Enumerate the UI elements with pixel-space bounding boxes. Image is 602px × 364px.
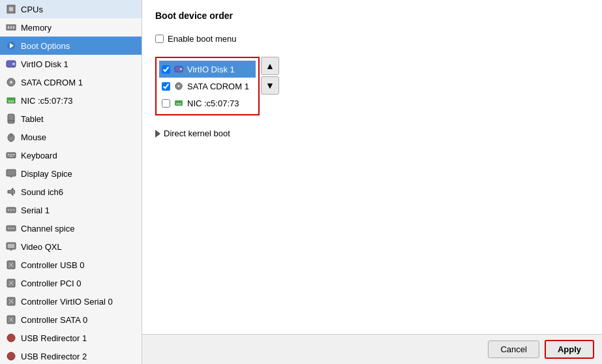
move-down-button[interactable]: ▼ (261, 76, 279, 95)
sidebar-item-serial-1[interactable]: Serial 1 (0, 201, 142, 219)
sidebar-item-controller-usb-0[interactable]: Controller USB 0 (0, 256, 142, 274)
nic-icon (5, 95, 17, 106)
sidebar-item-mouse[interactable]: Mouse (0, 128, 142, 146)
svg-point-35 (13, 228, 14, 229)
enable-boot-menu-row: Enable boot menu (155, 34, 589, 44)
svg-point-34 (10, 228, 12, 229)
sata-cdrom-1-label: SATA CDROM 1 (21, 78, 83, 87)
svg-rect-4 (10, 26, 12, 29)
controller-pci-0-label: Controller PCI 0 (21, 279, 81, 288)
boot-item-icon-nic-c5 (173, 98, 184, 108)
svg-point-9 (12, 63, 15, 65)
direct-kernel-boot-row[interactable]: Direct kernel boot (155, 129, 589, 138)
boot-item-icon-sata-cdrom-1 (173, 81, 184, 91)
svg-rect-5 (13, 26, 14, 29)
svg-point-29 (8, 209, 9, 211)
sidebar-item-memory[interactable]: Memory (0, 18, 142, 37)
memory-icon (5, 22, 17, 33)
enable-boot-menu-label: Enable boot menu (168, 34, 237, 44)
boot-item-icon-virtio-disk-1 (173, 64, 184, 74)
sidebar-item-video-qxl[interactable]: Video QXL (0, 237, 142, 256)
move-up-button[interactable]: ▲ (261, 57, 279, 75)
boot-order-container: VirtIO Disk 1SATA CDROM 1NIC :c5:07:73 ▲… (155, 57, 589, 115)
svg-point-30 (10, 209, 12, 211)
sidebar-item-controller-sata-0[interactable]: Controller SATA 0 (0, 311, 142, 329)
channel-spice-label: Channel spice (21, 224, 74, 234)
controller-sata-0-icon (5, 314, 17, 326)
virtio-disk-1-label: VirtIO Disk 1 (21, 59, 68, 69)
svg-rect-13 (8, 100, 10, 102)
sidebar-item-usb-redirector-1[interactable]: USB Redirector 1 (0, 329, 142, 347)
svg-rect-15 (12, 100, 14, 102)
sata-cdrom-1-icon (5, 76, 17, 88)
svg-point-31 (13, 209, 14, 211)
boot-options-icon (5, 40, 17, 52)
svg-rect-14 (10, 100, 12, 102)
boot-options-label: Boot Options (21, 41, 70, 51)
mouse-label: Mouse (21, 132, 46, 142)
direct-kernel-boot-label: Direct kernel boot (164, 129, 230, 138)
svg-rect-1 (9, 7, 13, 11)
apply-button[interactable]: Apply (545, 340, 594, 359)
svg-rect-21 (8, 154, 9, 155)
cancel-button[interactable]: Cancel (488, 341, 539, 358)
svg-rect-22 (10, 154, 12, 155)
usb-redirector-2-label: USB Redirector 2 (21, 352, 87, 361)
sidebar-item-virtio-disk-1[interactable]: VirtIO Disk 1 (0, 55, 142, 73)
usb-redirector-1-icon (5, 332, 17, 344)
svg-rect-58 (177, 103, 178, 105)
boot-item-checkbox-virtio-disk-1[interactable] (162, 65, 170, 74)
svg-rect-23 (13, 154, 14, 155)
keyboard-label: Keyboard (21, 151, 57, 160)
sidebar-item-sound-ich6[interactable]: Sound ich6 (0, 183, 142, 201)
sidebar-item-boot-options[interactable]: Boot Options (0, 37, 142, 55)
svg-rect-59 (178, 103, 179, 105)
display-spice-icon (5, 168, 17, 179)
sidebar-item-usb-redirector-2[interactable]: USB Redirector 2 (0, 347, 142, 364)
boot-item-sata-cdrom-1[interactable]: SATA CDROM 1 (159, 78, 256, 95)
boot-item-nic-c5[interactable]: NIC :c5:07:73 (159, 95, 256, 112)
content-area: Boot device order Enable boot menu VirtI… (142, 0, 602, 334)
svg-point-33 (8, 228, 9, 229)
svg-rect-60 (180, 103, 181, 105)
sidebar-item-cpu[interactable]: CPUs (0, 0, 142, 18)
serial-1-label: Serial 1 (21, 205, 50, 215)
arrow-buttons: ▲ ▼ (261, 57, 279, 95)
sidebar-item-display-spice[interactable]: Display Spice (0, 164, 142, 183)
sidebar-item-tablet[interactable]: Tablet (0, 110, 142, 128)
serial-1-icon (5, 204, 17, 216)
controller-virtio-serial-0-icon (5, 296, 17, 307)
memory-label: Memory (21, 23, 52, 33)
enable-boot-menu-checkbox[interactable] (155, 35, 164, 43)
display-spice-label: Display Spice (21, 169, 72, 179)
sidebar-item-nic[interactable]: NIC :c5:07:73 (0, 91, 142, 110)
video-qxl-label: Video QXL (21, 242, 62, 252)
sidebar-item-channel-spice[interactable]: Channel spice (0, 219, 142, 237)
video-qxl-icon (5, 241, 17, 252)
sidebar-item-sata-cdrom-1[interactable]: SATA CDROM 1 (0, 73, 142, 91)
svg-point-51 (7, 334, 15, 342)
tablet-icon (5, 113, 17, 125)
keyboard-icon (5, 149, 17, 161)
boot-item-checkbox-sata-cdrom-1[interactable] (162, 82, 170, 91)
boot-list-box: VirtIO Disk 1SATA CDROM 1NIC :c5:07:73 (155, 57, 260, 115)
sidebar-item-controller-virtio-serial-0[interactable]: Controller VirtIO Serial 0 (0, 292, 142, 311)
svg-point-52 (7, 352, 15, 360)
boot-item-label-nic-c5: NIC :c5:07:73 (187, 99, 239, 108)
svg-rect-16 (8, 114, 14, 123)
svg-rect-24 (9, 156, 13, 157)
boot-item-virtio-disk-1[interactable]: VirtIO Disk 1 (159, 61, 256, 78)
sidebar-item-keyboard[interactable]: Keyboard (0, 146, 142, 164)
sidebar-item-controller-pci-0[interactable]: Controller PCI 0 (0, 274, 142, 292)
boot-item-checkbox-nic-c5[interactable] (162, 99, 170, 108)
boot-item-label-sata-cdrom-1: SATA CDROM 1 (187, 82, 249, 91)
svg-point-54 (180, 68, 183, 70)
controller-usb-0-label: Controller USB 0 (21, 260, 85, 270)
svg-point-11 (10, 81, 12, 83)
cpu-icon (5, 3, 17, 15)
sound-ich6-icon (5, 186, 17, 198)
boot-item-label-virtio-disk-1: VirtIO Disk 1 (187, 65, 235, 74)
main-layout: CPUsMemoryBoot OptionsVirtIO Disk 1SATA … (0, 0, 602, 364)
controller-usb-0-icon (5, 259, 17, 271)
svg-rect-3 (8, 26, 9, 29)
